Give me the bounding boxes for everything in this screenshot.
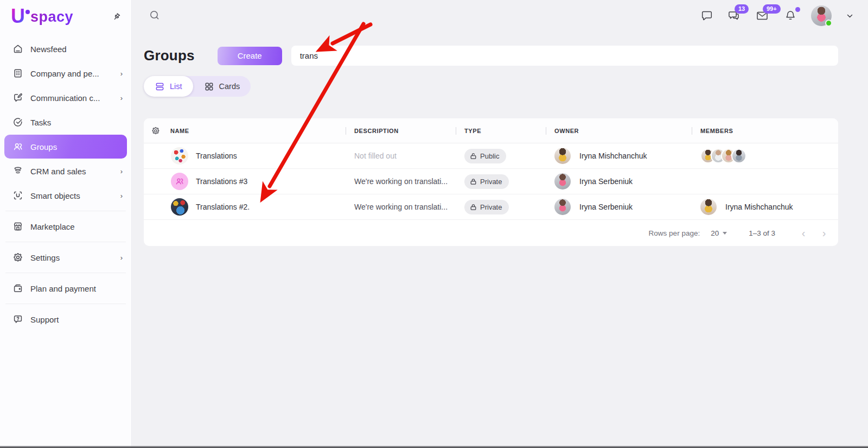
sidebar-item-label: Smart objects [30,191,80,200]
column-header-owner[interactable]: OWNER [554,128,579,134]
owner-name: Iryna Serbeniuk [579,203,633,211]
previous-page-button[interactable]: ‹ [797,226,810,239]
list-view-icon [155,81,165,92]
online-status-dot [825,20,832,27]
lock-closed-icon [470,204,477,211]
members-avatar-stack[interactable] [700,148,746,163]
sidebar: U spacy Newsfeed Company and pe... › [0,0,132,448]
sidebar-divider [5,211,126,211]
group-avatar [171,198,188,216]
table-row[interactable]: Translations #3 We're working on transla… [144,169,838,194]
messenger-icon[interactable]: 13 [727,9,742,22]
sidebar-item-label: Support [30,315,59,324]
sidebar-item-marketplace[interactable]: Marketplace [4,214,127,238]
pin-sidebar-icon[interactable] [111,12,122,24]
group-name[interactable]: Translations #3 [196,177,247,186]
chevron-right-icon: › [120,70,123,78]
tab-label: Cards [219,82,240,91]
building-icon [12,67,24,79]
table-pagination: Rows per page: 20 1–3 of 3 ‹ › [144,220,838,246]
sidebar-item-communication-channels[interactable]: Communication c... › [4,86,127,110]
group-description: We're working on translati... [354,177,448,186]
sidebar-item-smart-objects[interactable]: Smart objects › [4,184,127,207]
group-avatar [171,173,188,190]
sidebar-item-tasks[interactable]: Tasks [4,110,127,134]
logo-text: spacy [30,7,73,27]
storefront-icon [12,220,24,232]
table-header: NAME DESCRIPTION TYPE OWNER MEMBERS [144,118,838,143]
uspacy-logo[interactable]: U spacy [11,7,73,27]
sidebar-item-support[interactable]: Support [4,307,127,331]
cards-view-icon [204,81,214,92]
column-header-description[interactable]: DESCRIPTION [354,128,399,134]
page-title: Groups [144,47,195,64]
column-header-name[interactable]: NAME [170,128,189,134]
wallet-icon [12,282,24,294]
create-button[interactable]: Create [218,47,282,65]
group-description: We're working on translati... [354,203,448,211]
lock-open-icon [470,153,477,160]
smart-objects-icon [12,190,24,201]
bell-icon[interactable] [784,9,797,22]
chevron-right-icon: › [120,254,123,262]
owner-avatar [554,148,571,164]
sidebar-item-label: Groups [30,142,57,152]
chevron-down-icon[interactable] [846,12,854,20]
owner-avatar [554,199,571,215]
user-avatar[interactable] [811,5,832,26]
groups-table: NAME DESCRIPTION TYPE OWNER MEMBERS Tran… [144,118,838,246]
group-name[interactable]: Translations [196,152,237,160]
member-avatar [731,148,746,163]
chevron-right-icon: › [120,192,123,200]
mail-icon[interactable]: 99+ [756,9,770,22]
owner-avatar [554,173,571,190]
sidebar-item-label: Plan and payment [30,284,96,293]
search-icon[interactable] [149,9,161,23]
sidebar-item-groups[interactable]: Groups [4,135,127,159]
column-header-members[interactable]: MEMBERS [700,128,733,134]
chat-count-badge: 13 [735,4,749,14]
sidebar-item-settings[interactable]: Settings › [4,245,127,269]
member-name: Iryna Mishchanchuk [725,203,793,211]
tab-cards[interactable]: Cards [193,76,251,97]
owner-name: Iryna Mishchanchuk [579,152,647,160]
column-header-type[interactable]: TYPE [464,128,481,134]
group-name[interactable]: Translations #2. [196,203,250,211]
caret-down-icon [723,232,727,235]
sidebar-item-label: Communication c... [30,93,100,103]
sidebar-item-company-and-people[interactable]: Company and pe... › [4,61,127,85]
table-settings-gear-icon[interactable] [151,126,161,136]
sidebar-item-label: Marketplace [30,222,75,231]
pagination-range: 1–3 of 3 [749,229,775,237]
owner-name: Iryna Serbeniuk [579,177,633,186]
sidebar-divider [5,242,126,242]
table-row[interactable]: Translations Not filled out Public Iryna… [144,143,838,169]
people-icon [12,141,24,153]
sidebar-divider [5,304,126,304]
member-avatar [700,199,717,215]
groups-search-input[interactable] [291,46,838,66]
notification-dot [795,7,800,12]
tab-label: List [170,82,182,91]
next-page-button[interactable]: › [818,226,831,239]
lock-closed-icon [470,178,477,185]
sidebar-item-newsfeed[interactable]: Newsfeed [4,37,127,61]
sidebar-item-crm-and-sales[interactable]: CRM and sales › [4,159,127,183]
table-row[interactable]: Translations #2. We're working on transl… [144,194,838,220]
funnel-stack-icon [12,165,24,177]
window-bottom-edge [0,446,868,448]
feedback-bubble-icon[interactable] [700,9,713,22]
main-area: 13 99+ Groups Create List [132,0,868,448]
group-description: Not filled out [354,152,397,160]
rows-per-page-select[interactable]: 20 [711,229,727,237]
tab-list[interactable]: List [144,76,193,97]
sidebar-item-label: Settings [30,253,60,262]
type-badge-private: Private [464,174,509,189]
sidebar-divider [5,273,126,273]
sidebar-item-plan-and-payment[interactable]: Plan and payment [4,276,127,300]
group-avatar [171,147,188,165]
view-toggle: List Cards [144,76,251,97]
home-icon [12,43,24,55]
check-circle-icon [12,116,24,128]
page-header: Groups Create [144,46,838,66]
